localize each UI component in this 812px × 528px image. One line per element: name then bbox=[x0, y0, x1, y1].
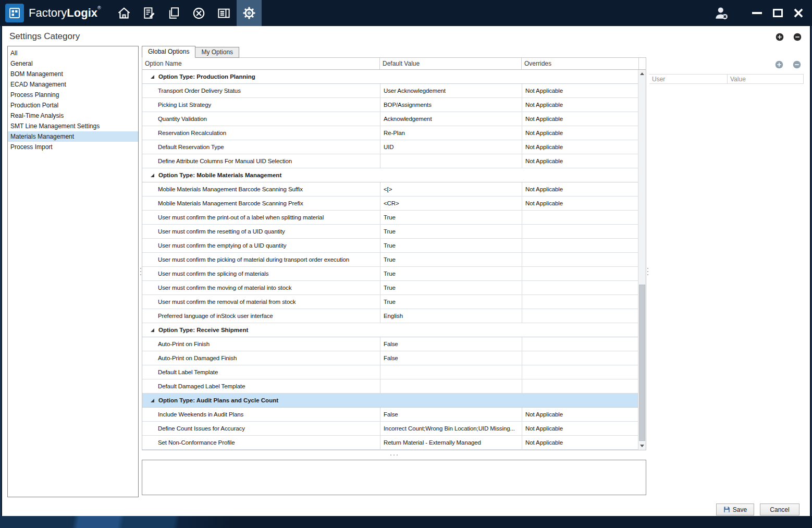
overrides-cell[interactable]: Not Applicable bbox=[522, 197, 639, 210]
overrides-cell[interactable] bbox=[522, 239, 639, 252]
sidebar-item-bom-management[interactable]: BOM Management bbox=[8, 69, 138, 79]
overrides-cell[interactable] bbox=[522, 351, 639, 365]
overrides-cell[interactable] bbox=[522, 295, 639, 309]
default-value-cell[interactable] bbox=[380, 154, 522, 168]
overrides-cell[interactable] bbox=[522, 225, 639, 238]
overrides-column-header-value[interactable]: Value bbox=[728, 75, 804, 83]
default-value-cell[interactable]: <CR> bbox=[380, 197, 522, 210]
column-header-overrides[interactable]: Overrides bbox=[522, 58, 639, 69]
default-value-cell[interactable]: UID bbox=[380, 140, 522, 154]
default-value-cell[interactable]: False bbox=[380, 337, 522, 351]
option-row-define-count-issues-for-accuracy[interactable]: Define Count Issues for AccuracyIncorrec… bbox=[142, 422, 639, 436]
overrides-cell[interactable]: Not Applicable bbox=[522, 112, 639, 126]
default-value-cell[interactable]: True bbox=[380, 239, 522, 252]
add-override-button[interactable] bbox=[775, 60, 783, 69]
option-row-define-attribute-columns-for-manual-uid-selection[interactable]: Define Attribute Columns For Manual UID … bbox=[142, 154, 639, 168]
save-button[interactable]: Save bbox=[716, 504, 754, 515]
overrides-cell[interactable] bbox=[522, 211, 639, 224]
default-value-cell[interactable]: English bbox=[380, 309, 522, 323]
option-row-preferred-language-of-instock-user-interface[interactable]: Preferred language of inStock user inter… bbox=[142, 309, 639, 323]
default-value-cell[interactable] bbox=[380, 379, 522, 393]
option-row-user-must-confirm-the-splicing-of-materials[interactable]: User must confirm the splicing of materi… bbox=[142, 267, 639, 281]
scroll-down-icon[interactable] bbox=[638, 442, 646, 450]
default-value-cell[interactable]: True bbox=[380, 267, 522, 280]
option-row-include-weekends-in-audit-plans[interactable]: Include Weekends in Audit PlansFalseNot … bbox=[142, 408, 639, 422]
default-value-cell[interactable] bbox=[380, 365, 522, 379]
default-value-cell[interactable]: Return Material - Externally Managed bbox=[380, 436, 522, 449]
overrides-cell[interactable] bbox=[522, 365, 639, 379]
option-row-user-must-confirm-the-moving-of-material-into-stock[interactable]: User must confirm the moving of material… bbox=[142, 281, 639, 295]
group-expander-icon[interactable] bbox=[151, 75, 154, 79]
default-value-cell[interactable]: True bbox=[380, 281, 522, 294]
overrides-cell[interactable]: Not Applicable bbox=[522, 126, 639, 140]
sidebar-item-smt-line-management-settings[interactable]: SMT Line Management Settings bbox=[8, 121, 138, 131]
sidebar-item-real-time-analysis[interactable]: Real-Time Analysis bbox=[8, 110, 138, 121]
sidebar-item-ecad-management[interactable]: ECAD Management bbox=[8, 79, 138, 90]
sidebar-item-materials-management[interactable]: Materials Management bbox=[8, 131, 138, 142]
work-instructions-icon[interactable] bbox=[137, 0, 162, 26]
sidebar-item-all[interactable]: All bbox=[8, 48, 138, 58]
default-value-cell[interactable]: False bbox=[380, 351, 522, 365]
home-icon[interactable] bbox=[112, 0, 137, 26]
column-header-default-value[interactable]: Default Value bbox=[380, 58, 522, 69]
user-logout-icon[interactable] bbox=[710, 0, 733, 26]
table-scrollbar[interactable] bbox=[638, 70, 646, 450]
default-value-cell[interactable]: BOP/Assignments bbox=[380, 98, 522, 112]
sidebar-item-general[interactable]: General bbox=[8, 58, 138, 69]
sidebar-item-process-import[interactable]: Process Import bbox=[8, 142, 138, 152]
default-value-cell[interactable]: True bbox=[380, 211, 522, 224]
overrides-cell[interactable] bbox=[522, 337, 639, 351]
settings-gear-icon[interactable] bbox=[237, 0, 262, 26]
default-value-cell[interactable]: Incorrect Count;Wrong Bin Location;UID M… bbox=[380, 422, 522, 435]
overrides-cell[interactable]: Not Applicable bbox=[522, 182, 639, 196]
overrides-cell[interactable]: Not Applicable bbox=[522, 408, 639, 421]
option-row-set-non-conformance-profile[interactable]: Set Non-Conformance ProfileReturn Materi… bbox=[142, 436, 639, 450]
option-row-transport-order-delivery-status[interactable]: Transport Order Delivery StatusUser Ackn… bbox=[142, 84, 639, 98]
group-expander-icon[interactable] bbox=[151, 328, 154, 332]
overrides-cell[interactable]: Not Applicable bbox=[522, 422, 639, 435]
option-row-picking-list-strategy[interactable]: Picking List StrategyBOP/AssignmentsNot … bbox=[142, 98, 639, 112]
group-header-option-type-production-planning[interactable]: Option Type: Production Planning bbox=[142, 70, 639, 84]
overrides-cell[interactable] bbox=[522, 281, 639, 294]
group-expander-icon[interactable] bbox=[151, 399, 154, 402]
group-expander-icon[interactable] bbox=[151, 174, 154, 177]
option-row-user-must-confirm-the-resetting-of-a-uid-quantity[interactable]: User must confirm the resetting of a UID… bbox=[142, 225, 639, 239]
option-row-mobile-materials-management-barcode-scanning-prefix[interactable]: Mobile Materials Management Barcode Scan… bbox=[142, 197, 639, 211]
sidebar-item-process-planning[interactable]: Process Planning bbox=[8, 90, 138, 100]
default-value-cell[interactable]: Acknowledgement bbox=[380, 112, 522, 126]
close-button[interactable] bbox=[788, 0, 809, 26]
scroll-up-icon[interactable] bbox=[638, 70, 646, 78]
overrides-cell[interactable]: Not Applicable bbox=[522, 436, 639, 449]
tab-my-options[interactable]: My Options bbox=[195, 47, 239, 58]
cancel-button[interactable]: Cancel bbox=[760, 504, 799, 515]
scrollbar-thumb[interactable] bbox=[639, 285, 645, 441]
overrides-cell[interactable] bbox=[522, 379, 639, 393]
default-value-cell[interactable]: True bbox=[380, 253, 522, 266]
maximize-button[interactable] bbox=[767, 0, 788, 26]
default-value-cell[interactable]: User Acknowlegdement bbox=[380, 84, 522, 97]
group-header-option-type-audit-plans-and-cycle-count[interactable]: Option Type: Audit Plans and Cycle Count bbox=[142, 394, 639, 408]
option-row-user-must-confirm-the-removal-of-material-from-stock[interactable]: User must confirm the removal of materia… bbox=[142, 295, 639, 309]
overrides-cell[interactable]: Not Applicable bbox=[522, 140, 639, 154]
option-row-default-damaged-label-template[interactable]: Default Damaged Label Template bbox=[142, 379, 639, 394]
option-row-user-must-confirm-the-print-out-of-a-label-when-splitting-material[interactable]: User must confirm the print-out of a lab… bbox=[142, 211, 639, 225]
overrides-cell[interactable] bbox=[522, 253, 639, 266]
overrides-cell[interactable] bbox=[522, 267, 639, 280]
overrides-column-header-user[interactable]: User bbox=[649, 75, 728, 83]
default-value-cell[interactable]: <[> bbox=[380, 182, 522, 196]
overrides-cell[interactable] bbox=[522, 309, 639, 323]
add-button[interactable] bbox=[776, 33, 784, 41]
option-row-mobile-materials-management-barcode-scanning-suffix[interactable]: Mobile Materials Management Barcode Scan… bbox=[142, 182, 639, 197]
option-row-default-reservation-type[interactable]: Default Reservation TypeUIDNot Applicabl… bbox=[142, 140, 639, 154]
option-row-quantity-validation[interactable]: Quantity ValidationAcknowledgementNot Ap… bbox=[142, 112, 639, 126]
horizontal-splitter[interactable] bbox=[142, 452, 646, 458]
tab-global-options[interactable]: Global Options bbox=[142, 46, 195, 58]
minimize-button[interactable] bbox=[746, 0, 767, 26]
remove-button[interactable] bbox=[793, 33, 802, 41]
default-value-cell[interactable]: True bbox=[380, 225, 522, 238]
overrides-cell[interactable]: Not Applicable bbox=[522, 154, 639, 168]
dispatch-icon[interactable] bbox=[187, 0, 212, 26]
default-value-cell[interactable]: Re-Plan bbox=[380, 126, 522, 140]
option-row-user-must-confirm-the-emptying-of-a-uid-quantity[interactable]: User must confirm the emptying of a UID … bbox=[142, 239, 639, 253]
option-row-reservation-recalculation[interactable]: Reservation RecalculationRe-PlanNot Appl… bbox=[142, 126, 639, 140]
